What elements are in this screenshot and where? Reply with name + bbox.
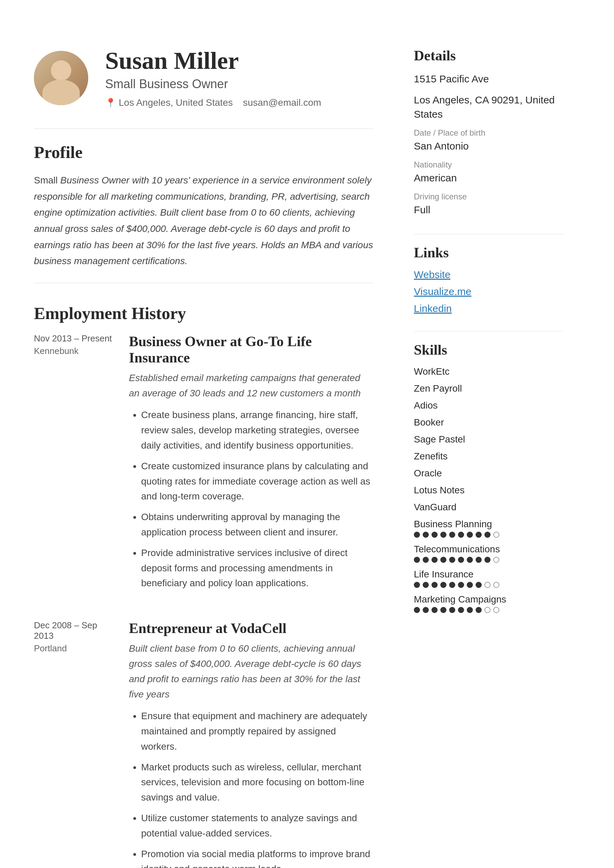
dot-empty <box>484 582 491 588</box>
dot <box>414 557 420 563</box>
dot <box>458 582 464 588</box>
employment-section: Employment History Nov 2013 – Present Ke… <box>34 304 373 868</box>
dot <box>440 532 446 538</box>
dot <box>467 557 473 563</box>
dot-empty <box>493 607 499 613</box>
skill-business-planning-name: Business Planning <box>414 519 563 530</box>
bullet-1-4: Provide administrative services inclusiv… <box>141 546 373 591</box>
dot <box>423 582 429 588</box>
links-divider <box>414 234 563 234</box>
job-details-1: Business Owner at Go-To Life Insurance E… <box>129 333 373 597</box>
dob-label: Date / Place of birth <box>414 128 563 138</box>
profile-section: Profile Small Business Owner with 10 yea… <box>34 143 373 269</box>
skill-life-insurance-name: Life Insurance <box>414 569 563 580</box>
dot <box>458 557 464 563</box>
dot <box>414 582 420 588</box>
nationality-value: American <box>414 171 563 185</box>
dot <box>449 532 455 538</box>
resume-page: Susan Miller Small Business Owner 📍 Los … <box>0 0 614 868</box>
nationality-label: Nationality <box>414 160 563 169</box>
link-website[interactable]: Website <box>414 269 563 281</box>
job-bullets-2: Ensure that equipment and machinery are … <box>129 708 373 868</box>
dot <box>440 582 446 588</box>
dot-empty <box>493 582 499 588</box>
dot <box>423 532 429 538</box>
skill-vanguard: VanGuard <box>414 502 563 513</box>
dob-value: San Antonio <box>414 139 563 153</box>
dot <box>449 557 455 563</box>
skill-life-insurance-dots <box>414 582 563 588</box>
dot <box>440 607 446 613</box>
candidate-title: Small Business Owner <box>105 77 321 91</box>
header-section: Susan Miller Small Business Owner 📍 Los … <box>34 48 373 108</box>
skill-lotus: Lotus Notes <box>414 485 563 496</box>
dot-empty <box>493 557 499 563</box>
skill-marketing-dots <box>414 607 563 613</box>
dot <box>449 582 455 588</box>
dot <box>484 557 491 563</box>
dot <box>432 582 438 588</box>
job-dates-1: Nov 2013 – Present <box>34 333 115 344</box>
job-summary-1: Established email marketing campaigns th… <box>129 370 373 401</box>
job-title-2: Entrepreneur at VodaCell <box>129 620 373 636</box>
avatar-image <box>34 51 88 105</box>
employment-divider <box>34 283 373 283</box>
bullet-1-2: Create customized insurance plans by cal… <box>141 459 373 504</box>
bullet-2-2: Market products such as wireless, cellul… <box>141 760 373 805</box>
dot <box>423 607 429 613</box>
skill-zen-payroll: Zen Payroll <box>414 383 563 394</box>
link-linkedin[interactable]: Linkedin <box>414 303 563 314</box>
job-meta-2: Dec 2008 – Sep 2013 Portland <box>34 620 129 868</box>
job-title-1: Business Owner at Go-To Life Insurance <box>129 333 373 366</box>
dot <box>458 607 464 613</box>
skill-marketing-name: Marketing Campaigns <box>414 594 563 605</box>
address-line1: 1515 Pacific Ave <box>414 72 563 86</box>
location-icon: 📍 <box>105 98 116 108</box>
links-section: Links Website Visualize.me Linkedin <box>414 245 563 314</box>
bullet-2-4: Promotion via social media platforms to … <box>141 846 373 868</box>
skill-business-planning-dots <box>414 532 563 538</box>
bullet-2-3: Utilize customer statements to analyze s… <box>141 811 373 841</box>
job-details-2: Entrepreneur at VodaCell Built client ba… <box>129 620 373 868</box>
bullet-1-3: Obtains underwriting approval by managin… <box>141 510 373 540</box>
skills-heading: Skills <box>414 342 563 358</box>
profile-italic: Business Owner with 10 years' experience… <box>34 175 373 266</box>
job-dates-2: Dec 2008 – Sep 2013 <box>34 620 115 641</box>
driving-label: Driving license <box>414 192 563 202</box>
dot <box>440 557 446 563</box>
details-section: Details 1515 Pacific Ave Los Angeles, CA… <box>414 48 563 217</box>
skill-booker: Booker <box>414 417 563 428</box>
job-summary-2: Built client base from 0 to 60 clients, … <box>129 641 373 702</box>
header-info: Susan Miller Small Business Owner 📍 Los … <box>105 48 321 108</box>
links-heading: Links <box>414 245 563 261</box>
skill-zenefits: Zenefits <box>414 451 563 462</box>
profile-heading: Profile <box>34 143 373 162</box>
skill-sage: Sage Pastel <box>414 434 563 445</box>
dot <box>476 532 482 538</box>
dot <box>484 532 491 538</box>
dot <box>414 607 420 613</box>
dot <box>449 607 455 613</box>
job-location-2: Portland <box>34 643 115 654</box>
email-text: susan@email.com <box>243 97 321 108</box>
skills-divider <box>414 331 563 332</box>
dot <box>423 557 429 563</box>
contact-info: 📍 Los Angeles, United States susan@email… <box>105 97 321 108</box>
skill-oracle: Oracle <box>414 468 563 479</box>
dot <box>467 532 473 538</box>
link-visualize[interactable]: Visualize.me <box>414 286 563 298</box>
dot <box>414 532 420 538</box>
header-divider <box>34 129 373 129</box>
dot <box>432 532 438 538</box>
dot <box>467 582 473 588</box>
sidebar: Details 1515 Pacific Ave Los Angeles, CA… <box>400 27 583 868</box>
details-heading: Details <box>414 48 563 64</box>
skill-telecom-dots <box>414 557 563 563</box>
location-item: 📍 Los Angeles, United States <box>105 97 233 108</box>
dot <box>432 557 438 563</box>
main-content: Susan Miller Small Business Owner 📍 Los … <box>0 27 400 868</box>
job-entry-2: Dec 2008 – Sep 2013 Portland Entrepreneu… <box>34 620 373 868</box>
location-text: Los Angeles, United States <box>119 97 233 108</box>
skills-section: Skills WorkEtc Zen Payroll Adios Booker … <box>414 342 563 613</box>
dot <box>476 582 482 588</box>
